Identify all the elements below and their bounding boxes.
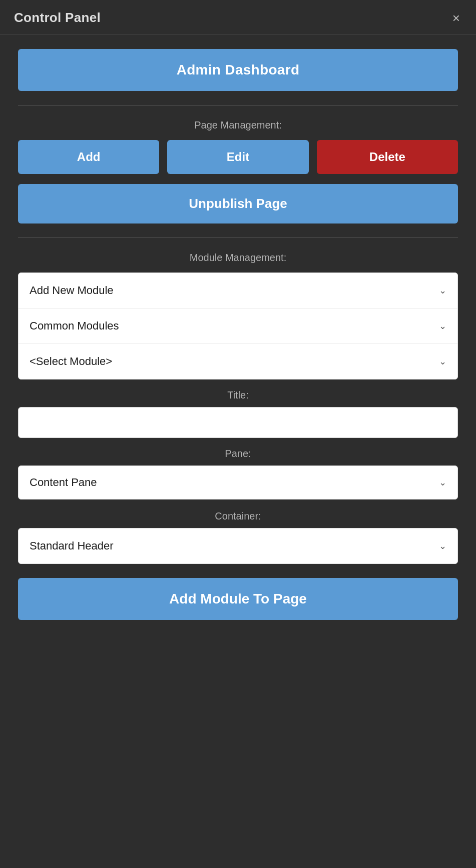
module-dropdowns-box: Add New Module ⌄ Common Modules ⌄ <Selec…	[18, 272, 458, 380]
delete-page-button[interactable]: Delete	[317, 140, 458, 174]
edit-page-button[interactable]: Edit	[167, 140, 308, 174]
chevron-down-icon: ⌄	[439, 356, 446, 367]
panel-body: Admin Dashboard Page Management: Add Edi…	[0, 35, 476, 638]
divider-2	[18, 238, 458, 238]
chevron-down-icon: ⌄	[439, 477, 446, 488]
control-panel: Control Panel × Admin Dashboard Page Man…	[0, 0, 476, 868]
add-new-module-label: Add New Module	[30, 284, 114, 297]
panel-header: Control Panel ×	[0, 0, 476, 35]
common-modules-dropdown[interactable]: Common Modules ⌄	[19, 308, 457, 344]
chevron-down-icon: ⌄	[439, 285, 446, 296]
container-select-label: Standard Header	[30, 540, 114, 552]
container-dropdown[interactable]: Standard Header ⌄	[18, 528, 458, 564]
container-label: Container:	[18, 510, 458, 522]
admin-dashboard-button[interactable]: Admin Dashboard	[18, 49, 458, 91]
add-new-module-dropdown[interactable]: Add New Module ⌄	[19, 273, 457, 308]
divider-1	[18, 105, 458, 106]
title-label: Title:	[18, 390, 458, 401]
module-management-section: Module Management: Add New Module ⌄ Comm…	[18, 252, 458, 620]
panel-title: Control Panel	[14, 10, 101, 26]
chevron-down-icon: ⌄	[439, 540, 446, 552]
add-page-button[interactable]: Add	[18, 140, 159, 174]
pane-select-label: Content Pane	[30, 476, 97, 489]
chevron-down-icon: ⌄	[439, 320, 446, 332]
pane-dropdown[interactable]: Content Pane ⌄	[18, 466, 458, 500]
select-module-label: <Select Module>	[30, 355, 112, 368]
select-module-dropdown[interactable]: <Select Module> ⌄	[19, 344, 457, 379]
page-management-label: Page Management:	[18, 120, 458, 131]
unpublish-page-button[interactable]: Unpublish Page	[18, 184, 458, 224]
pane-label: Pane:	[18, 448, 458, 460]
page-management-section: Page Management: Add Edit Delete Unpubli…	[18, 120, 458, 224]
page-management-buttons: Add Edit Delete	[18, 140, 458, 174]
title-input[interactable]	[18, 407, 458, 438]
common-modules-label: Common Modules	[30, 320, 119, 332]
close-button[interactable]: ×	[450, 12, 462, 24]
add-module-to-page-button[interactable]: Add Module To Page	[18, 578, 458, 620]
module-management-label: Module Management:	[18, 252, 458, 264]
